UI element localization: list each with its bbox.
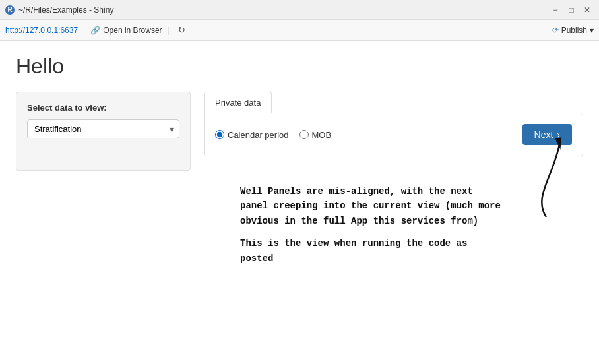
radio-group: Calendar period MOB [215,130,509,140]
radio-mob[interactable]: MOB [300,130,332,140]
maximize-button[interactable]: □ [565,3,578,16]
browser-icon: 🔗 [90,26,100,35]
annotation-text: Well Panels are mis-aligned, with the ne… [240,184,583,266]
chevron-right-icon: › [557,129,560,140]
publish-button[interactable]: ⟳ Publish ▾ [552,26,594,35]
radio-calendar-label: Calendar period [228,130,289,140]
tab-header: Private data [204,92,583,113]
title-bar: R ~/R/Files/Examples - Shiny − □ ✕ [0,0,599,20]
publish-icon: ⟳ [552,26,559,35]
separator2: | [168,26,170,35]
refresh-button[interactable]: ↻ [175,23,189,38]
r-icon: R [5,5,15,15]
window-controls: − □ ✕ [549,3,594,16]
chevron-down-icon: ▾ [590,26,594,35]
open-in-browser-button[interactable]: 🔗 Open in Browser [90,26,162,35]
main-content: Hello Select data to view: Stratificatio… [0,41,599,287]
radio-row: Calendar period MOB Next › [215,124,572,145]
tab-content: Calendar period MOB Next › [204,113,583,156]
radio-calendar-period[interactable]: Calendar period [215,130,289,140]
annotation-line-1: Well Panels are mis-aligned, with the ne… [240,184,583,228]
address-bar: http://127.0.0.1:6637 | 🔗 Open in Browse… [0,20,599,41]
title-bar-left: R ~/R/Files/Examples - Shiny [5,5,113,15]
tab-private-data[interactable]: Private data [204,92,272,113]
data-select[interactable]: Stratification Other Option [27,119,179,138]
close-button[interactable]: ✕ [581,3,594,16]
select-label: Select data to view: [27,103,179,113]
select-wrapper: Stratification Other Option ▾ [27,119,179,138]
page-title: Hello [16,54,583,78]
radio-calendar-input[interactable] [215,130,224,139]
radio-mob-input[interactable] [300,130,309,139]
separator: | [83,26,85,35]
right-panel: Private data Calendar period MOB [204,92,583,156]
left-panel: Select data to view: Stratification Othe… [16,92,191,171]
layout-row: Select data to view: Stratification Othe… [16,92,583,171]
minimize-button[interactable]: − [549,3,562,16]
window-title: ~/R/Files/Examples - Shiny [18,5,113,15]
next-button[interactable]: Next › [522,124,572,145]
annotation-line-2: This is the view when running the code a… [240,236,583,266]
url-display[interactable]: http://127.0.0.1:6637 [5,26,78,35]
annotation-area: Well Panels are mis-aligned, with the ne… [16,184,583,266]
radio-mob-label: MOB [312,130,332,140]
